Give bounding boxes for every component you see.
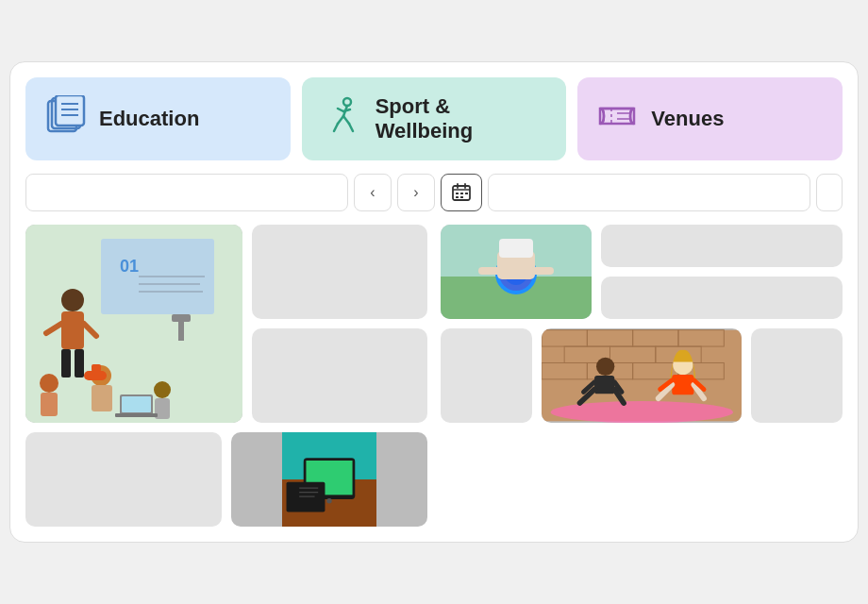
svg-rect-43	[84, 371, 107, 380]
tab-education[interactable]: Education	[25, 77, 291, 160]
main-container: Education Sport & We	[9, 61, 859, 543]
svg-rect-38	[61, 349, 71, 378]
next-button[interactable]: ›	[397, 174, 435, 211]
education-row2	[25, 432, 427, 527]
svg-rect-35	[61, 311, 84, 349]
sport-placeholder-2	[601, 277, 843, 319]
education-placeholder-3	[25, 432, 222, 527]
svg-point-55	[326, 498, 331, 503]
svg-rect-39	[75, 349, 84, 378]
sport-icon	[321, 95, 362, 143]
svg-rect-89	[672, 375, 693, 394]
tab-education-label: Education	[99, 107, 199, 131]
svg-line-11	[343, 116, 349, 124]
svg-point-82	[596, 358, 614, 376]
yoga-pose-image	[542, 328, 743, 423]
svg-point-40	[40, 374, 58, 393]
education-placeholder-2	[252, 328, 427, 423]
sport-row1-right	[601, 225, 843, 319]
tab-venues[interactable]: Venues	[577, 77, 843, 160]
svg-line-9	[343, 109, 350, 111]
sport-row2	[441, 328, 843, 423]
education-grid: 01	[25, 225, 427, 527]
sport-placeholder-3	[441, 328, 532, 423]
svg-point-34	[61, 289, 84, 311]
grids-container: 01	[25, 225, 843, 527]
toolbar: ‹ ›	[25, 174, 843, 211]
svg-rect-68	[530, 267, 554, 275]
svg-rect-21	[456, 193, 459, 194]
svg-rect-44	[92, 364, 101, 372]
tab-sport[interactable]: Sport & Wellbeing	[302, 77, 567, 160]
svg-text:01: 01	[120, 257, 139, 276]
sport-row1	[441, 225, 843, 319]
tab-sport-label: Sport & Wellbeing	[376, 94, 548, 143]
sport-grid	[441, 225, 843, 527]
svg-rect-45	[92, 385, 112, 411]
svg-rect-83	[594, 376, 614, 394]
extra-button[interactable]	[816, 174, 843, 211]
svg-line-13	[349, 124, 353, 131]
svg-rect-41	[41, 393, 58, 416]
svg-rect-22	[460, 193, 463, 194]
category-tabs: Education Sport & We	[25, 77, 843, 160]
svg-rect-24	[456, 196, 459, 198]
sport-placeholder-4	[751, 328, 843, 423]
svg-line-12	[334, 124, 338, 131]
svg-point-46	[154, 381, 171, 398]
svg-rect-23	[465, 193, 468, 194]
tab-venues-label: Venues	[651, 107, 724, 131]
tablet-image	[231, 432, 427, 527]
svg-rect-67	[478, 267, 502, 275]
svg-line-10	[338, 116, 343, 124]
svg-rect-32	[172, 314, 191, 322]
svg-rect-66	[499, 239, 533, 258]
teaching-image: 01	[25, 225, 242, 423]
education-placeholder-1	[252, 225, 427, 319]
education-icon	[44, 95, 86, 143]
education-row1: 01	[25, 225, 427, 423]
education-row1-right	[252, 225, 427, 423]
svg-rect-50	[115, 413, 158, 417]
sport-placeholder-1	[601, 225, 843, 267]
svg-rect-49	[122, 396, 151, 412]
yoga-mat-image	[441, 225, 592, 319]
venues-icon	[596, 95, 638, 143]
calendar-button[interactable]	[441, 174, 482, 211]
search-box[interactable]	[25, 174, 348, 211]
svg-rect-25	[460, 196, 463, 198]
date-box[interactable]	[488, 174, 810, 211]
prev-button[interactable]: ‹	[354, 174, 392, 211]
svg-rect-33	[178, 322, 184, 341]
